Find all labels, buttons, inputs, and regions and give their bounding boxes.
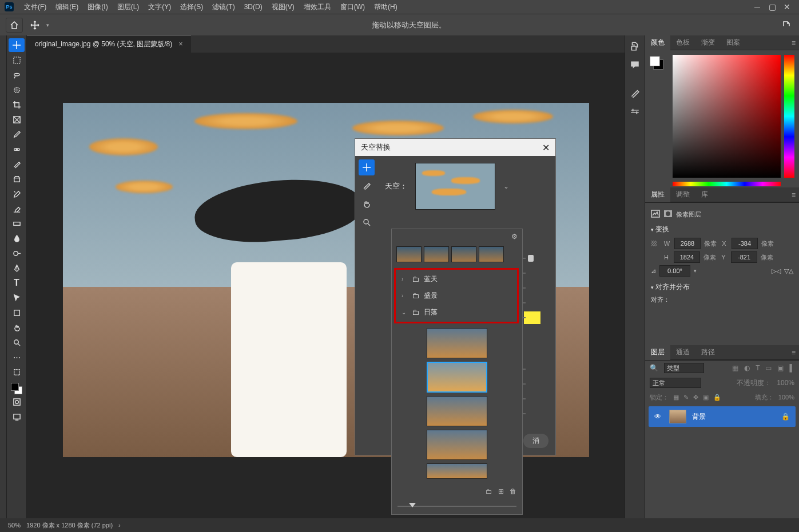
tab-layers[interactable]: 图层	[645, 344, 670, 361]
shape-tool[interactable]	[9, 306, 25, 319]
lock-pixels-icon[interactable]: ▦	[673, 394, 679, 401]
tab-close-button[interactable]: ×	[179, 40, 183, 48]
y-field[interactable]	[731, 251, 757, 263]
layer-filter-type[interactable]	[664, 363, 704, 373]
folder-blue-sky[interactable]: › 🗀 蓝天	[396, 271, 517, 287]
sky-thumb-selected[interactable]	[427, 362, 487, 392]
flip-h-icon[interactable]: ▷◁	[772, 267, 781, 275]
dialog-move-tool[interactable]	[359, 159, 375, 175]
dialog-zoom-tool[interactable]	[359, 214, 375, 230]
sky-thumb[interactable]	[427, 463, 487, 479]
folder-spectacular[interactable]: › 🗀 盛景	[396, 287, 517, 304]
menu-image[interactable]: 图像(I)	[83, 2, 112, 12]
width-field[interactable]	[674, 238, 701, 249]
sky-thumb[interactable]	[427, 328, 487, 358]
menu-layer[interactable]: 图层(L)	[113, 2, 144, 12]
x-field[interactable]	[732, 238, 758, 249]
filter-adjust-icon[interactable]: ◐	[744, 364, 750, 372]
angle-field[interactable]	[659, 265, 690, 277]
transform-section-header[interactable]: 变换	[651, 225, 793, 234]
zoom-tool[interactable]	[9, 335, 25, 349]
path-select-tool[interactable]	[9, 291, 25, 305]
link-wh-icon[interactable]: ⛓	[651, 240, 657, 247]
recent-sky-thumb[interactable]	[451, 246, 476, 262]
document-tab[interactable]: original_image.jpg @ 50% (天空, 图层蒙版/8) ×	[27, 35, 191, 53]
doc-info[interactable]: 1920 像素 x 1280 像素 (72 ppi)	[26, 521, 113, 530]
brushes-panel-icon[interactable]	[627, 86, 642, 101]
toolbox-more[interactable]: ⋯	[9, 350, 25, 364]
flip-v-icon[interactable]: ▽△	[784, 267, 793, 275]
filter-toggle-icon[interactable]: ▌	[789, 364, 794, 372]
search-icon[interactable]	[767, 19, 778, 31]
edit-toolbar[interactable]	[9, 365, 25, 379]
lock-brush-icon[interactable]: ✎	[683, 394, 689, 401]
sky-preview-dropdown[interactable]	[415, 163, 495, 210]
window-maximize-button[interactable]: ▢	[765, 1, 780, 13]
dialog-close-button[interactable]: ✕	[542, 142, 550, 153]
lock-artboard-icon[interactable]: ▣	[703, 394, 709, 401]
foreground-background-swatch[interactable]	[650, 56, 663, 70]
options-dropdown-icon[interactable]: ▾	[41, 19, 54, 31]
frame-tool[interactable]	[9, 113, 25, 126]
zoom-level[interactable]: 50%	[8, 522, 21, 529]
blend-mode-select[interactable]	[650, 378, 701, 388]
marquee-tool[interactable]	[9, 53, 25, 67]
thumb-size-slider[interactable]	[397, 501, 516, 512]
dialog-hand-tool[interactable]	[359, 196, 375, 212]
lock-all-icon[interactable]: 🔒	[713, 394, 721, 401]
toolbox-expand-handle[interactable]	[0, 35, 7, 518]
properties-panel-menu-icon[interactable]: ≡	[788, 191, 799, 199]
opacity-value[interactable]: 100%	[777, 379, 794, 387]
crop-tool[interactable]	[9, 98, 25, 111]
menu-view[interactable]: 视图(V)	[267, 2, 299, 12]
share-icon[interactable]	[782, 19, 793, 31]
color-hue-slider[interactable]	[784, 55, 794, 178]
sky-thumb[interactable]	[427, 396, 487, 426]
home-button[interactable]	[6, 18, 23, 33]
move-tool-icon[interactable]	[29, 19, 41, 31]
menu-plugins[interactable]: 增效工具	[299, 2, 336, 12]
history-brush-tool[interactable]	[9, 187, 25, 201]
sky-thumb[interactable]	[427, 430, 487, 460]
brush-settings-panel-icon[interactable]	[627, 104, 642, 119]
folder-sunset[interactable]: ⌄ 🗀 日落	[396, 304, 517, 321]
clone-tool[interactable]	[9, 172, 25, 186]
window-close-button[interactable]: ✕	[780, 1, 794, 13]
lock-position-icon[interactable]: ✥	[693, 394, 698, 401]
recent-sky-thumb[interactable]	[479, 246, 504, 262]
type-tool[interactable]: T	[9, 276, 25, 290]
cancel-button[interactable]: 消	[523, 434, 548, 448]
color-saturation-field[interactable]	[673, 55, 781, 178]
pen-tool[interactable]	[9, 261, 25, 275]
fill-value[interactable]: 100%	[778, 394, 794, 401]
eraser-tool[interactable]	[9, 202, 25, 215]
healing-tool[interactable]	[9, 142, 25, 156]
color-panel-menu-icon[interactable]: ≡	[788, 39, 799, 47]
chevron-down-icon[interactable]: ⌄	[503, 182, 509, 190]
blur-tool[interactable]	[9, 231, 25, 245]
gear-icon[interactable]: ⚙	[511, 233, 518, 241]
recent-sky-thumb[interactable]	[396, 246, 422, 262]
menu-edit[interactable]: 编辑(E)	[51, 2, 83, 12]
tab-adjustments[interactable]: 调整	[670, 186, 695, 203]
menu-select[interactable]: 选择(S)	[176, 2, 208, 12]
dialog-brush-tool[interactable]	[359, 178, 375, 194]
layer-row-background[interactable]: 👁 背景 🔒	[649, 406, 796, 427]
visibility-icon[interactable]: 👁	[654, 413, 663, 421]
status-arrow-icon[interactable]: ›	[118, 522, 121, 529]
menu-file[interactable]: 文件(F)	[19, 2, 51, 12]
new-icon[interactable]: ⊞	[498, 487, 504, 495]
filter-image-icon[interactable]: ▦	[732, 364, 738, 372]
hand-tool[interactable]	[9, 321, 25, 334]
tab-channels[interactable]: 通道	[670, 344, 695, 361]
filter-smart-icon[interactable]: ▣	[777, 364, 784, 372]
filter-shape-icon[interactable]: ▭	[765, 364, 772, 372]
tab-paths[interactable]: 路径	[695, 344, 721, 361]
layer-filter-search-icon[interactable]: 🔍	[650, 364, 658, 372]
menu-type[interactable]: 文字(Y)	[144, 2, 176, 12]
recent-sky-thumb[interactable]	[424, 246, 449, 262]
comments-panel-icon[interactable]	[627, 57, 642, 72]
window-minimize-button[interactable]: ─	[750, 1, 765, 13]
tab-libraries[interactable]: 库	[695, 186, 714, 203]
tab-gradients[interactable]: 渐变	[695, 34, 721, 51]
